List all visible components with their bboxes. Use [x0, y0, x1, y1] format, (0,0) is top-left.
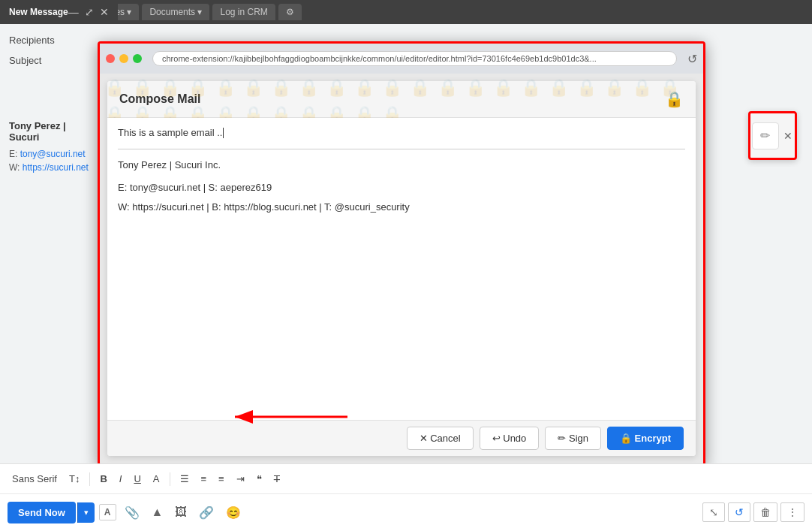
contact-email-link[interactable]: tony@sucuri.net	[20, 149, 86, 159]
signature-email-line: E: tony@sucuri.net | S: aeperez619	[118, 180, 685, 196]
signature-name: Tony Perez | Sucuri Inc.	[118, 157, 685, 173]
lock-icon: 🔒	[665, 90, 684, 108]
italic-button[interactable]: I	[115, 471, 127, 487]
close-button[interactable]: ✕	[100, 6, 109, 18]
contact-website-label: W: https://sucuri.net	[0, 161, 98, 174]
gmail-toolbar: Templates ▾ Sequences ▾ Documents ▾ Log …	[0, 0, 812, 24]
pencil-icon: ✏	[760, 128, 770, 143]
clear-format-button[interactable]: T̶	[269, 471, 284, 487]
contact-email-label: E: tony@sucuri.net	[0, 147, 98, 161]
sign-button[interactable]: ✏ Sign	[545, 427, 601, 450]
traffic-light-red[interactable]	[106, 54, 115, 63]
attachment-button[interactable]: 📎	[121, 502, 143, 523]
expand-compose-button[interactable]: ⤡	[702, 502, 725, 522]
url-bar: chrome-extension://kajibbejlbohfaggdiogb…	[152, 51, 677, 66]
new-message-title-bar: New Message — ⤢ ✕	[0, 0, 118, 24]
send-dropdown-button[interactable]: ▾	[77, 502, 95, 523]
signature-web-line: W: https://sucuri.net | B: https://blog.…	[118, 199, 685, 216]
encrypt-button[interactable]: 🔒 Encrypt	[607, 427, 684, 450]
font-family-selector[interactable]: Sans Serif	[8, 471, 62, 487]
align-button[interactable]: ☰	[176, 471, 194, 487]
compose-mail-dialog: Compose Mail 🔒 This is a sample email ..…	[107, 81, 696, 456]
image-button[interactable]: 🖼	[171, 502, 191, 523]
extension-overlay: chrome-extension://kajibbejlbohfaggdiogb…	[98, 41, 705, 466]
drive-button[interactable]: ▲	[148, 502, 167, 523]
signature-section: Tony Perez | Sucuri Inc. E: tony@sucuri.…	[118, 157, 685, 216]
compose-mail-actions: ✕ Cancel ↩ Undo ✏ Sign 🔒 Encrypt	[107, 420, 696, 456]
link-button[interactable]: 🔗	[195, 502, 218, 523]
minimize-button[interactable]: —	[68, 6, 79, 18]
separator-2	[170, 472, 170, 486]
undo-button[interactable]: ↩ Undo	[480, 427, 540, 450]
indent-button[interactable]: ⇥	[232, 471, 249, 487]
send-now-button[interactable]: Send Now	[8, 502, 76, 523]
font-size-selector[interactable]: T↕	[65, 471, 84, 487]
sidebar-recipients: Recipients	[0, 30, 98, 50]
tab-documents[interactable]: Documents ▾	[142, 4, 209, 20]
traffic-light-green[interactable]	[133, 54, 142, 63]
compose-mail-header: Compose Mail 🔒	[107, 81, 696, 118]
traffic-light-yellow[interactable]	[119, 54, 128, 63]
expand-button[interactable]: ⤢	[85, 6, 94, 18]
tab-settings[interactable]: ⚙	[278, 4, 302, 20]
new-message-label: New Message	[9, 7, 68, 17]
contact-name: Tony Perez | Sucuri	[0, 116, 98, 147]
delete-draft-button[interactable]: 🗑	[753, 502, 777, 522]
compose-mail-container: 🔒 🔒 🔒 🔒 🔒 🔒 🔒 🔒 🔒 🔒 🔒 🔒 🔒 🔒 🔒 🔒	[100, 74, 703, 463]
format-toolbar: Sans Serif T↕ B I U A ☰ ≡ ≡ ⇥ ❝ T̶	[0, 464, 812, 494]
gmail-sidebar: Recipients Subject Tony Perez | Sucuri E…	[0, 24, 98, 531]
emoji-button[interactable]: 😊	[222, 502, 245, 523]
edit-icon-button[interactable]: ✏	[752, 122, 779, 149]
loading-button[interactable]: ↺	[728, 502, 750, 522]
email-body-text: This is a sample email ..	[118, 125, 685, 149]
font-color-button[interactable]: A	[149, 471, 164, 487]
tab-log-crm[interactable]: Log in CRM	[212, 4, 275, 20]
text-cursor	[223, 128, 224, 138]
right-icons: ⤡ ↺ 🗑 ⋮	[702, 502, 804, 522]
edit-popup: ✏ ✕	[748, 111, 797, 160]
compose-text-area[interactable]: This is a sample email .. Tony Perez | S…	[107, 118, 696, 420]
quote-button[interactable]: ❝	[252, 471, 266, 487]
gmail-background: Templates ▾ Sequences ▾ Documents ▾ Log …	[0, 0, 812, 531]
compose-mail-title: Compose Mail	[119, 92, 200, 106]
gmail-compose-footer: Sans Serif T↕ B I U A ☰ ≡ ≡ ⇥ ❝ T̶ Send …	[0, 463, 812, 531]
browser-bar: chrome-extension://kajibbejlbohfaggdiogb…	[100, 44, 703, 74]
sidebar-subject: Subject	[0, 50, 98, 71]
action-bar: Send Now ▾ A 📎 ▲ 🖼 🔗 😊 ⤡ ↺ 🗑 ⋮	[0, 494, 812, 530]
format-toggle-button[interactable]: A	[99, 504, 116, 520]
unordered-list-button[interactable]: ≡	[214, 471, 229, 487]
close-edit-button[interactable]: ✕	[782, 128, 794, 143]
cancel-button[interactable]: ✕ Cancel	[407, 427, 474, 450]
underline-button[interactable]: U	[129, 471, 145, 487]
contact-website-link[interactable]: https://sucuri.net	[23, 162, 89, 173]
bold-button[interactable]: B	[95, 471, 111, 487]
more-options-button[interactable]: ⋮	[780, 502, 804, 522]
edit-popup-inner: ✏ ✕	[752, 122, 794, 149]
refresh-button[interactable]: ↺	[687, 52, 697, 66]
ordered-list-button[interactable]: ≡	[197, 471, 212, 487]
separator-1	[89, 472, 90, 486]
